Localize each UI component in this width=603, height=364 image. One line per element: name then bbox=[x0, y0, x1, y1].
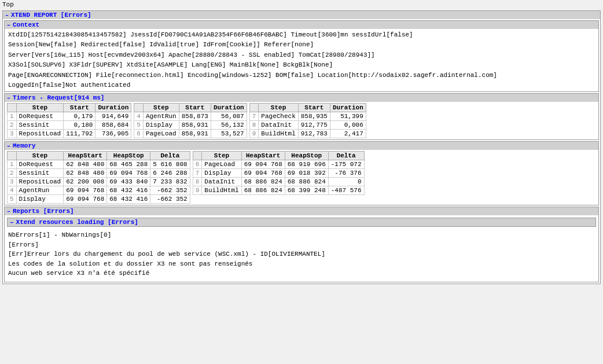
table-cell: 62 848 480 bbox=[64, 169, 107, 178]
memory-content: Step HeapStart HeapStop Delta 1DoRequest… bbox=[5, 150, 598, 205]
table-cell: DataInit bbox=[202, 178, 241, 186]
table-row: 8DataInit68 886 82468 886 8240 bbox=[193, 178, 364, 186]
table-cell: 9 bbox=[193, 186, 202, 195]
reports-collapse-icon[interactable]: – bbox=[7, 208, 10, 215]
context-line-6: LoggedIn[false]Not authenticated bbox=[7, 80, 596, 90]
mcol-step-1: Step bbox=[16, 152, 64, 160]
table-row: 1DoRequest0,179914,649 bbox=[8, 112, 131, 121]
table-cell: 68 919 696 bbox=[285, 160, 328, 169]
col-num-2 bbox=[134, 104, 144, 112]
table-cell: -662 352 bbox=[150, 195, 190, 204]
memory-section: – Memory Step HeapStart HeapStop Delta bbox=[4, 141, 599, 205]
timers-collapse-icon[interactable]: – bbox=[7, 95, 10, 101]
table-cell: 4 bbox=[8, 186, 17, 195]
table-row: 3RepositLoad62 200 00869 433 8407 233 83… bbox=[8, 178, 190, 186]
table-row: 2Sessinit0,180858,684 bbox=[8, 121, 131, 130]
table-cell: 858,873 bbox=[179, 112, 211, 121]
table-row: 1DoRequest62 848 48068 465 2885 616 808 bbox=[8, 160, 190, 169]
table-cell: 69 094 768 bbox=[64, 195, 107, 204]
table-cell: 858,684 bbox=[95, 121, 131, 130]
context-collapse-icon[interactable]: – bbox=[7, 22, 10, 28]
error-line: NbErrors[1] - NbWarnings[0] bbox=[8, 230, 595, 240]
xtend-sub-title: Xtend resources loading [Errors] bbox=[16, 219, 138, 226]
table-cell: 69 094 768 bbox=[241, 160, 285, 169]
table-cell: 2 bbox=[8, 169, 17, 178]
table-row: 6PageLoad858,93153,527 bbox=[134, 130, 247, 138]
timers-table-2: Step Start Duration 4AgentRun858,87356,0… bbox=[134, 103, 247, 138]
main-section: – XTEND REPORT [Errors] – Context XtdID[… bbox=[2, 10, 601, 284]
mcol-step-2: Step bbox=[202, 152, 241, 160]
col-start-1: Start bbox=[64, 104, 95, 112]
main-header: – XTEND REPORT [Errors] bbox=[3, 11, 600, 19]
table-cell: PageLoad bbox=[143, 130, 179, 138]
table-cell: -487 576 bbox=[328, 186, 364, 195]
xtend-collapse-icon[interactable]: – bbox=[10, 219, 14, 226]
reports-title: Reports [Errors] bbox=[13, 208, 74, 215]
table-cell: 0,179 bbox=[64, 112, 95, 121]
table-cell: RepositLoad bbox=[16, 178, 64, 186]
table-cell: DoRequest bbox=[16, 112, 64, 121]
table-cell: -76 376 bbox=[328, 169, 364, 178]
timers-content: Step Start Duration 1DoRequest0,179914,6… bbox=[5, 102, 598, 139]
table-cell: 51,399 bbox=[330, 112, 366, 121]
table-cell: 3 bbox=[8, 178, 17, 186]
table-cell: 0,180 bbox=[64, 121, 95, 130]
error-text: NbErrors[1] - NbWarnings[0][Errors] [Err… bbox=[7, 228, 596, 281]
table-cell: 914,649 bbox=[95, 112, 131, 121]
table-row: 3RepositLoad111,792736,905 bbox=[8, 130, 131, 138]
table-cell: 5 616 808 bbox=[150, 160, 190, 169]
table-cell: Sessinit bbox=[16, 121, 64, 130]
table-cell: 6 bbox=[134, 130, 144, 138]
col-duration-1: Duration bbox=[95, 104, 131, 112]
context-line-5: Page[ENGARECONNECTION] File[reconnection… bbox=[7, 71, 596, 80]
table-cell: 68 886 824 bbox=[241, 186, 285, 195]
table-cell: 858,931 bbox=[179, 130, 211, 138]
timers-header: – Timers - Request[914 ms] bbox=[5, 94, 598, 102]
col-num-1 bbox=[8, 104, 17, 112]
table-cell: 6 246 288 bbox=[150, 169, 190, 178]
table-cell: 62 848 480 bbox=[64, 160, 107, 169]
table-cell: 8 bbox=[249, 121, 259, 130]
context-section: – Context XtdID[125751421843085413457582… bbox=[4, 20, 599, 92]
table-cell: 0,006 bbox=[330, 121, 366, 130]
table-cell: 68 432 416 bbox=[107, 186, 150, 195]
timers-title: Timers - Request[914 ms] bbox=[13, 94, 104, 101]
context-line-4: X3Sol[SOLSUPV6] X3Fldr[SUPERV] XtdSite[A… bbox=[7, 60, 596, 70]
error-line: Les codes de la solution et du dossier X… bbox=[8, 259, 595, 269]
table-cell: 1 bbox=[8, 160, 17, 169]
table-cell: 53,527 bbox=[211, 130, 247, 138]
col-step-2: Step bbox=[143, 104, 179, 112]
table-cell: Sessinit bbox=[16, 169, 64, 178]
table-cell: 68 432 416 bbox=[107, 195, 150, 204]
table-row: 7Display69 094 76869 018 392-76 376 bbox=[193, 169, 364, 178]
table-cell: 2,417 bbox=[330, 130, 366, 138]
table-cell: PageLoad bbox=[202, 160, 241, 169]
memory-table-1: Step HeapStart HeapStop Delta 1DoRequest… bbox=[7, 151, 190, 204]
table-cell: Display bbox=[16, 195, 64, 204]
memory-title: Memory bbox=[13, 142, 36, 149]
table-cell: AgentRun bbox=[143, 112, 179, 121]
table-cell: 68 886 824 bbox=[285, 178, 328, 186]
reports-section: – Reports [Errors] – Xtend resources loa… bbox=[4, 207, 599, 282]
memory-collapse-icon[interactable]: – bbox=[7, 143, 10, 149]
mcol-heapstart-2: HeapStart bbox=[241, 152, 285, 160]
table-cell: 736,905 bbox=[95, 130, 131, 138]
table-cell: 69 094 768 bbox=[241, 169, 285, 178]
table-cell: 8 bbox=[193, 178, 202, 186]
table-cell: BuildHtml bbox=[202, 186, 241, 195]
table-cell: DoRequest bbox=[16, 160, 64, 169]
col-step-1: Step bbox=[16, 104, 64, 112]
context-title: Context bbox=[13, 21, 39, 28]
table-row: 9BuildHtml68 886 82468 399 248-487 576 bbox=[193, 186, 364, 195]
reports-header: – Reports [Errors] bbox=[5, 207, 598, 215]
reports-content: – Xtend resources loading [Errors] NbErr… bbox=[5, 215, 598, 282]
main-collapse-icon[interactable]: – bbox=[5, 12, 9, 19]
mcol-heapstop-2: HeapStop bbox=[285, 152, 328, 160]
top-label: Top bbox=[0, 0, 603, 9]
table-row: 9BuildHtml912,7832,417 bbox=[249, 130, 366, 138]
table-cell: 858,931 bbox=[179, 121, 211, 130]
timers-table-3: Step Start Duration 7PageCheck858,93551,… bbox=[249, 103, 366, 138]
table-cell: 3 bbox=[8, 130, 17, 138]
table-cell: 56,132 bbox=[211, 121, 247, 130]
table-cell: 7 233 832 bbox=[150, 178, 190, 186]
